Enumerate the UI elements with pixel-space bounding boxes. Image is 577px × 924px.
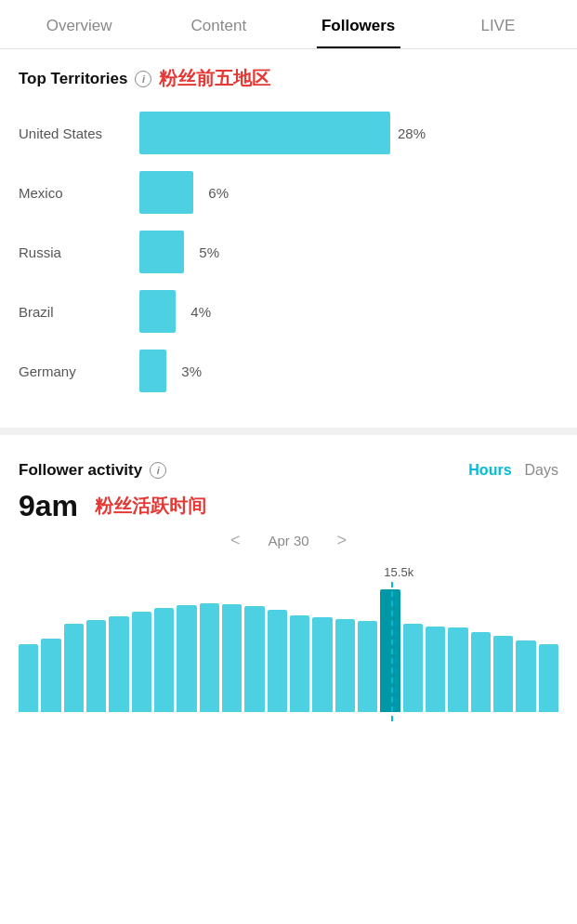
tab-followers[interactable]: Followers [289,0,428,48]
tab-overview[interactable]: Overview [9,0,149,48]
bar-col[interactable] [312,617,332,712]
territory-bar-wrap: 5% [139,231,558,273]
bar-col[interactable] [200,603,219,712]
territory-bar-wrap: 6% [139,171,558,214]
territory-row: Russia 5% [19,231,558,273]
territory-list: United States 28% Mexico 6% Russia 5% Br… [19,112,558,409]
follower-activity-annotation: 粉丝活跃时间 [95,494,206,519]
bar-col[interactable] [154,608,174,712]
date-next-button[interactable]: > [337,531,348,550]
tab-bar: Overview Content Followers LIVE [0,0,577,49]
active-time-label: 9am [19,489,78,523]
bar-col[interactable] [493,636,513,712]
section-title-row: Top Territories i 粉丝前五地区 [19,66,558,91]
territory-bar-wrap: 28% [139,112,558,154]
bar-col[interactable] [335,619,355,712]
territory-pct: 3% [166,363,202,379]
activity-title-group: Follower activity i [19,461,166,480]
activity-header: Follower activity i Hours Days [19,461,558,480]
territory-bar [139,231,184,273]
bar-col[interactable] [177,605,196,712]
date-label: Apr 30 [268,533,308,548]
territory-pct: 28% [390,125,426,141]
date-navigation: < Apr 30 > [19,531,558,550]
bar-col[interactable] [516,640,535,712]
territory-pct: 5% [184,244,219,260]
bar-col[interactable] [358,621,377,712]
territory-row: United States 28% [19,112,558,154]
toggle-days[interactable]: Days [525,462,558,479]
activity-info-icon[interactable]: i [150,462,166,479]
territory-pct: 4% [176,304,211,320]
top-territories-annotation: 粉丝前五地区 [159,66,270,91]
top-territories-title: Top Territories [19,70,127,88]
territory-bar [139,350,166,392]
bar-col[interactable] [64,624,84,712]
territory-bar-wrap: 4% [139,290,558,333]
tab-live[interactable]: LIVE [428,0,568,48]
bar-col[interactable] [132,612,151,712]
bar-col[interactable] [539,644,558,712]
territory-label: United States [19,125,139,141]
bar-col[interactable] [403,624,423,712]
territory-label: Mexico [19,185,139,201]
date-prev-button[interactable]: < [230,531,241,550]
territory-label: Brazil [19,304,139,320]
bar-col[interactable] [244,606,264,712]
territory-row: Mexico 6% [19,171,558,214]
bar-col[interactable] [290,615,309,712]
toggle-hours[interactable]: Hours [468,462,511,479]
toggle-group: Hours Days [468,462,558,479]
territory-pct: 6% [193,185,229,201]
tab-content[interactable]: Content [149,0,288,48]
bar-col[interactable] [448,627,467,712]
territory-label: Russia [19,244,139,260]
top-territories-section: Top Territories i 粉丝前五地区 United States 2… [0,49,577,418]
territory-row: Brazil 4% [19,290,558,333]
bar-chart-container: 15.5k [19,563,558,721]
territory-bar [139,171,193,214]
info-icon[interactable]: i [135,71,151,87]
bar-col[interactable] [41,639,60,712]
chart-tooltip: 15.5k [384,565,413,579]
bar-col[interactable] [471,632,491,712]
territory-row: Germany 3% [19,350,558,392]
territory-label: Germany [19,363,139,379]
bar-col[interactable] [109,616,128,712]
bar-col[interactable] [268,610,287,712]
bar-col[interactable] [222,604,242,712]
bar-col[interactable] [426,627,445,712]
bars-row [19,563,558,712]
chart-dashed-line [391,582,393,721]
territory-bar [139,112,390,154]
follower-activity-title: Follower activity [19,461,142,480]
territory-bar [139,290,176,333]
bar-col[interactable] [19,644,38,712]
territory-bar-wrap: 3% [139,350,558,392]
bar-col[interactable] [86,620,106,712]
section-divider [0,428,577,435]
time-row: 9am 粉丝活跃时间 [19,489,558,523]
bar-col[interactable] [380,589,400,712]
follower-activity-section: Follower activity i Hours Days 9am 粉丝活跃时… [0,444,577,721]
